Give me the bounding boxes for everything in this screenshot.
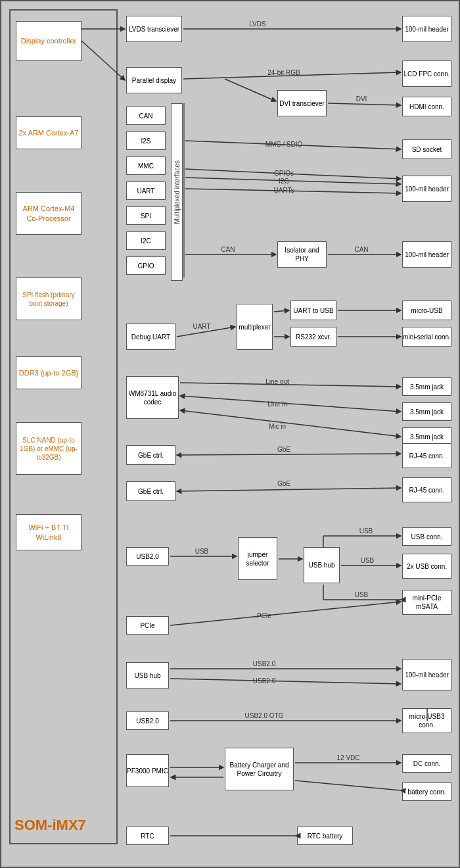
svg-line-9 [185,141,401,149]
svg-line-23 [274,310,289,312]
som-label: SOM-iMX7 [14,817,86,834]
svg-line-59 [295,781,401,790]
svg-text:GbE: GbE [277,480,290,487]
svg-text:Mic in: Mic in [269,423,286,430]
uart-block: UART [126,181,166,200]
dvi-transciever-block: DVI transciever [277,90,327,116]
micro-usb-conn: micro-USB [402,301,451,320]
micro-usb3-conn: micro-USB3 conn. [402,708,451,733]
svg-line-13 [185,178,401,184]
lcd-fpc-conn: LCD FPC conn. [402,60,451,87]
dc-conn: DC conn. [402,754,451,773]
rj45-1: RJ-45 conn. [402,443,451,468]
battery-conn: battery conn. [402,783,451,801]
svg-line-35 [177,488,401,491]
svg-line-4 [183,72,401,79]
svg-line-7 [328,103,401,105]
debug-uart-block: Debug UART [126,324,175,350]
header-100mil-2: 100-mil header [402,176,451,202]
pf3000-block: PF3000 PMIC [126,754,169,787]
svg-text:USB: USB [361,557,375,564]
rtc-block: RTC [126,827,169,845]
svg-line-6 [225,79,276,101]
rtc-battery: RTC battery [297,827,353,845]
svg-text:GbE: GbE [277,446,290,453]
svg-line-15 [185,189,401,193]
uart-to-usb-block: UART to USB [290,301,336,320]
jack-35-1: 3.5mm jack [402,377,451,396]
multiplexer-block: multiplexer [237,304,273,350]
svg-text:CAN: CAN [354,246,368,253]
usb-2x: 2x USB conn. [402,554,451,579]
svg-text:Line out: Line out [265,378,289,385]
svg-text:USB: USB [195,548,209,555]
header-100mil-3: 100-mil header [402,241,451,268]
svg-text:LVDS: LVDS [249,20,266,28]
svg-text:USB2.0: USB2.0 [253,677,276,685]
svg-text:UART: UART [193,323,210,330]
rj45-2: RJ-45 conn. [402,477,451,502]
svg-text:MMC / SDIO: MMC / SDIO [265,141,303,148]
svg-line-52 [170,679,401,684]
usb20-2-block: USB2.0 [126,711,169,730]
svg-text:PCIe: PCIe [257,612,272,619]
display-controller-block: Display controller [16,21,81,60]
svg-text:CAN: CAN [221,246,235,253]
pcie-block: PCIe [126,616,169,635]
can-block: CAN [126,107,166,125]
arm-cortex-m4-block: ARM Cortex-M4 Co-Processor [16,192,81,235]
svg-text:USB: USB [355,591,369,598]
usb-hub-mid-block: USB hub [304,547,340,583]
svg-text:USB: USB [359,527,373,535]
svg-text:I2C: I2C [279,178,289,185]
block-diagram: SOM-iMX7 Display controller 2x ARM Corte… [0,0,460,868]
svg-text:USB2.0 OTG: USB2.0 OTG [245,712,284,719]
svg-text:12 VDC: 12 VDC [336,754,359,761]
usb-hub-block: USB hub [126,662,169,688]
svg-line-48 [170,602,401,625]
header-100mil-1: 100-mil header [402,16,451,42]
svg-line-27 [180,383,401,387]
svg-text:GPIOs: GPIOs [274,170,294,177]
jumper-selector-block: jumper selector [238,537,277,580]
hdmi-conn: HDMI conn. [402,97,451,116]
wifi-bt-block: WiFi + BT TI WiLink8 [16,514,81,550]
jack-35-2: 3.5mm jack [402,402,451,421]
slc-nand-block: SLC NAND (up-to 1GB) or eMMC (up-to32GB) [16,422,81,475]
i2c-block: I2C [126,231,166,250]
sd-socket: SD socket [402,139,451,159]
arm-cortex-a7-block: 2x ARM Cortex-A7 [16,116,81,149]
svg-text:UARTs: UARTs [274,187,294,194]
svg-line-29 [180,396,401,412]
spi-block: SPI [126,206,166,225]
svg-line-21 [177,327,235,337]
ddr3-block: DDR3 (up-to 2GB) [16,356,81,389]
rs232-xcvr-block: RS232 xcvr. [290,327,336,347]
svg-text:Line in: Line in [267,400,287,408]
gbe-ctrl2-block: GbE ctrl. [126,481,175,501]
mmc-block: MMC [126,157,166,175]
spi-flash-block: SPI flash (primary boot storage) [16,277,81,320]
gbe-ctrl1-block: GbE ctrl. [126,445,175,465]
lvds-block: LVDS transciever [126,16,182,42]
isolator-phy-block: Isolator and PHY [277,241,327,268]
header-100mil-4: 100-mil header [402,659,451,690]
svg-text:DVI: DVI [356,95,367,103]
usb20-1-block: USB2.0 [126,547,169,566]
svg-text:USB2.0: USB2.0 [253,660,276,667]
usb-conn: USB conn. [402,527,451,546]
svg-text:24-bit RGB: 24-bit RGB [267,69,300,76]
svg-line-31 [180,410,401,437]
mini-serial-conn: mini-serial conn. [402,327,451,347]
battery-charger-block: Battery Charger and Power Circuitry [225,748,294,790]
gpio-block: GPIO [126,256,166,275]
i2s-block: I2S [126,132,166,150]
wm8731l-block: WM8731L audio codec [126,376,179,419]
svg-line-11 [185,169,401,179]
multiplexed-block: Multiplexed interfaces [171,103,183,281]
minipcie-msata: mini-PCIe mSATA [402,590,451,615]
svg-line-33 [177,454,401,455]
parallel-display-block: Parallel display [126,67,182,93]
